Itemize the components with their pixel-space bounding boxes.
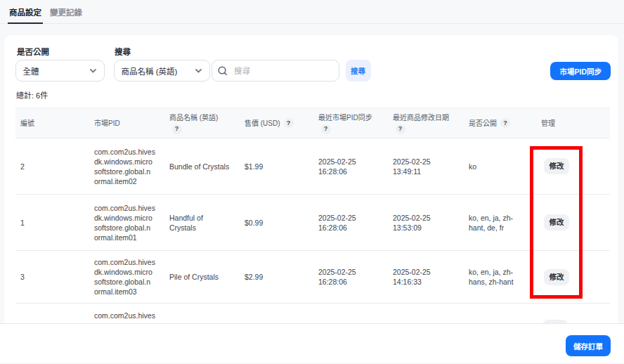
cell-last-modified: 2025-02-2513:49:11 <box>388 138 464 194</box>
cell-last-modified: 2025-02-2513:53:09 <box>388 195 464 250</box>
cell-last-sync: 2025-02-2516:28:06 <box>313 251 388 303</box>
edit-button[interactable]: 修改 <box>544 269 569 285</box>
cell-number: 3 <box>15 251 89 303</box>
cell-product-name <box>164 304 240 323</box>
help-icon[interactable]: ? <box>172 124 182 134</box>
help-icon[interactable]: ? <box>284 118 294 128</box>
visibility-select[interactable]: 全體 <box>15 60 105 82</box>
column-label: 市場PID <box>94 118 120 129</box>
help-icon[interactable]: ? <box>500 118 510 128</box>
cell-number: 2 <box>15 138 89 194</box>
product-settings-page: 商品設定 變更記錄 是否公開 搜尋 全體 商品名稱 (英語) 搜尋 市場PID同… <box>0 0 624 364</box>
column-label: 售價 (USD) <box>245 118 280 129</box>
search-filter-label: 搜尋 <box>115 46 131 57</box>
cell-market-pid: com.com2us.hivesdk.windows.microsoftstor… <box>89 195 164 250</box>
tab-product-settings[interactable]: 商品設定 <box>8 0 43 24</box>
column-label: 最近市場PID同步 <box>318 112 372 123</box>
market-pid-sync-button[interactable]: 市場PID同步 <box>550 62 611 80</box>
search-input[interactable] <box>234 67 333 75</box>
cell-market-pid: com.com2us.hives <box>89 304 164 323</box>
table-row-0: 2com.com2us.hivesdk.windows.microsoftsto… <box>15 138 610 195</box>
cell-actions: 修改 <box>536 138 610 194</box>
cell-last-sync <box>313 304 388 323</box>
column-label: 管理 <box>541 118 555 129</box>
table-row-3: com.com2us.hives <box>15 304 610 323</box>
visibility-select-value: 全體 <box>23 65 39 77</box>
column-header-2: 商品名稱 (英語)? <box>164 108 240 138</box>
total-count: 總計: 6件 <box>16 89 48 100</box>
column-header-0: 編號 <box>15 108 89 138</box>
column-header-3: 售價 (USD)? <box>240 108 313 138</box>
chevron-down-icon <box>195 67 202 74</box>
search-icon <box>218 66 228 76</box>
search-field-select[interactable]: 商品名稱 (英語) <box>114 60 211 82</box>
cell-visibility-locales: ko, en, ja, zh-hans, zh-hant <box>464 251 536 303</box>
cell-last-sync: 2025-02-2516:28:06 <box>313 138 388 194</box>
column-header-6: 是否公開? <box>464 108 536 138</box>
table-header-row: 編號市場PID商品名稱 (英語)?售價 (USD)?最近市場PID同步?最近商品… <box>15 108 610 138</box>
cell-market-pid: com.com2us.hivesdk.windows.microsoftstor… <box>89 251 164 303</box>
cell-price: $2.99 <box>240 251 313 303</box>
visibility-filter-label: 是否公開 <box>17 46 49 57</box>
column-label: 是否公開 <box>469 118 497 129</box>
save-order-button[interactable]: 儲存訂單 <box>566 335 611 356</box>
cell-product-name: Pile of Crystals <box>164 251 240 303</box>
cell-last-modified <box>388 304 464 323</box>
cell-visibility-locales <box>464 304 536 323</box>
table-body: 2com.com2us.hivesdk.windows.microsoftsto… <box>15 138 610 323</box>
cell-visibility-locales: ko, en, ja, zh-hant, de, fr <box>464 195 536 250</box>
product-settings-panel: 是否公開 搜尋 全體 商品名稱 (英語) 搜尋 市場PID同步 總計: 6件 編 <box>4 35 618 323</box>
chevron-down-icon <box>89 67 97 74</box>
edit-button[interactable]: 修改 <box>544 158 569 174</box>
search-field-select-value: 商品名稱 (英語) <box>122 65 178 77</box>
cell-last-modified: 2025-02-2514:16:33 <box>388 251 464 303</box>
table-row-1: 1com.com2us.hivesdk.windows.microsoftsto… <box>15 195 610 251</box>
products-table: 編號市場PID商品名稱 (英語)?售價 (USD)?最近市場PID同步?最近商品… <box>15 108 610 323</box>
edit-button[interactable]: 修改 <box>544 214 569 230</box>
help-icon[interactable]: ? <box>321 124 331 134</box>
tab-change-history[interactable]: 變更記錄 <box>50 0 82 24</box>
cell-product-name: Bundle of Crystals <box>164 138 240 194</box>
cell-number <box>15 304 89 323</box>
tab-bar: 商品設定 變更記錄 <box>0 0 624 24</box>
table-row-2: 3com.com2us.hivesdk.windows.microsoftsto… <box>15 251 610 304</box>
cell-last-sync: 2025-02-2516:28:06 <box>313 195 388 250</box>
search-input-wrapper <box>212 60 339 82</box>
column-label: 商品名稱 (英語) <box>169 112 218 123</box>
footer-bar: 儲存訂單 <box>0 323 624 363</box>
cell-actions: 修改 <box>536 195 610 250</box>
cell-price: $0.99 <box>240 195 313 250</box>
column-header-5: 最近商品修改日期? <box>388 108 464 138</box>
cell-product-name: Handful ofCrystals <box>164 195 240 250</box>
help-icon[interactable]: ? <box>396 124 405 134</box>
column-header-4: 最近市場PID同步? <box>313 108 388 138</box>
column-label: 編號 <box>20 118 34 129</box>
search-button[interactable]: 搜尋 <box>346 60 371 82</box>
column-header-7: 管理 <box>536 108 610 138</box>
column-header-1: 市場PID <box>89 108 164 138</box>
cell-price <box>240 304 313 323</box>
cell-price: $1.99 <box>240 138 313 194</box>
cell-market-pid: com.com2us.hivesdk.windows.microsoftstor… <box>89 138 164 194</box>
cell-number: 1 <box>15 195 89 250</box>
cell-actions: 修改 <box>536 251 610 303</box>
cell-visibility-locales: ko <box>464 138 536 194</box>
column-label: 最近商品修改日期 <box>393 112 449 123</box>
